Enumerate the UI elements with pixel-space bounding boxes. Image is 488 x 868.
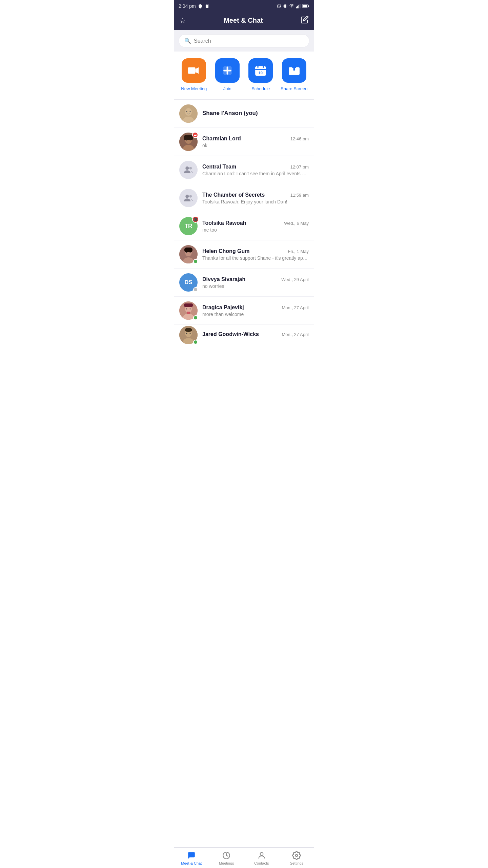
avatar-wrap bbox=[179, 161, 198, 179]
chat-time: Fri., 1 May bbox=[288, 249, 309, 254]
chat-preview: Charmian Lord: I can't see them in April… bbox=[202, 171, 309, 176]
svg-rect-0 bbox=[206, 4, 208, 8]
chat-content: Central Team 12:07 pm Charmian Lord: I c… bbox=[202, 164, 309, 176]
list-item[interactable]: DS Divvya Sivarajah Wed., 29 April no wo… bbox=[174, 269, 314, 297]
shield-icon bbox=[198, 4, 203, 8]
svg-rect-37 bbox=[184, 248, 192, 252]
list-item[interactable]: Central Team 12:07 pm Charmian Lord: I c… bbox=[174, 156, 314, 184]
status-badge bbox=[193, 340, 198, 344]
svg-point-26 bbox=[186, 140, 187, 141]
chat-time: Wed., 29 April bbox=[281, 277, 309, 282]
header: ☆ Meet & Chat bbox=[174, 12, 314, 30]
chat-top: Dragica Pajevikj Mon., 27 April bbox=[202, 304, 309, 311]
schedule-button[interactable]: 19 Schedule bbox=[247, 58, 274, 91]
list-item[interactable]: Shane I'Anson (you) bbox=[174, 100, 314, 128]
star-icon[interactable]: ☆ bbox=[179, 16, 186, 25]
join-button[interactable]: Join bbox=[214, 58, 241, 91]
list-item[interactable]: Jared Goodwin-Wicks Mon., 27 April bbox=[174, 325, 314, 345]
chat-top: Central Team 12:07 pm bbox=[202, 164, 309, 170]
new-meeting-label: New Meeting bbox=[181, 86, 207, 91]
avatar-wrap bbox=[179, 245, 198, 263]
status-badge bbox=[193, 287, 198, 292]
svg-point-27 bbox=[190, 140, 191, 141]
avatar bbox=[179, 189, 198, 207]
status-badge bbox=[193, 259, 198, 264]
chat-preview: no worries bbox=[202, 283, 309, 289]
svg-point-31 bbox=[189, 167, 192, 170]
svg-point-51 bbox=[186, 333, 187, 334]
vibrate-icon bbox=[283, 4, 288, 8]
svg-point-32 bbox=[185, 195, 189, 198]
chat-content: Divvya Sivarajah Wed., 29 April no worri… bbox=[202, 276, 309, 289]
chat-content: Shane I'Anson (you) bbox=[202, 110, 309, 118]
share-screen-button[interactable]: Share Screen bbox=[281, 58, 308, 91]
search-bar[interactable]: 🔍 bbox=[179, 34, 309, 47]
schedule-icon-bg: 19 bbox=[248, 58, 273, 83]
chat-content: Dragica Pajevikj Mon., 27 April more tha… bbox=[202, 304, 309, 317]
chat-name: The Chamber of Secrets bbox=[202, 192, 265, 198]
svg-rect-6 bbox=[300, 4, 300, 8]
svg-point-30 bbox=[185, 166, 189, 170]
status-icons bbox=[276, 3, 309, 9]
video-icon bbox=[187, 64, 200, 77]
avatar-face-shane bbox=[179, 104, 198, 123]
list-item[interactable]: The Chamber of Secrets 11:59 am Toolsika… bbox=[174, 184, 314, 212]
list-item[interactable]: TR 🎥 Toolsika Rawoah Wed., 6 May me too bbox=[174, 212, 314, 240]
group-icon bbox=[183, 193, 194, 203]
svg-rect-46 bbox=[187, 312, 190, 314]
chat-preview: more than welcome bbox=[202, 312, 309, 317]
compose-icon[interactable] bbox=[301, 16, 309, 25]
avatar-initials: TR bbox=[185, 223, 192, 230]
chat-top: Divvya Sivarajah Wed., 29 April bbox=[202, 276, 309, 282]
search-icon: 🔍 bbox=[184, 38, 191, 44]
svg-rect-29 bbox=[194, 134, 197, 135]
chat-name: Divvya Sivarajah bbox=[202, 276, 245, 282]
search-container: 🔍 bbox=[174, 30, 314, 52]
chat-top: The Chamber of Secrets 11:59 am bbox=[202, 192, 309, 198]
chat-content: The Chamber of Secrets 11:59 am Toolsika… bbox=[202, 192, 309, 204]
chat-time: 12:46 pm bbox=[290, 136, 309, 141]
share-icon bbox=[288, 64, 301, 77]
svg-rect-25 bbox=[184, 135, 193, 140]
chat-top: Jared Goodwin-Wicks Mon., 27 April bbox=[202, 331, 309, 337]
notification-badge bbox=[192, 132, 198, 138]
calendar-badge-icon bbox=[194, 133, 197, 137]
chat-name: Jared Goodwin-Wicks bbox=[202, 331, 259, 337]
svg-rect-43 bbox=[184, 303, 193, 307]
chat-top: Helen Chong Gum Fri., 1 May bbox=[202, 248, 309, 254]
chat-name: Toolsika Rawoah bbox=[202, 220, 246, 226]
action-buttons: New Meeting Join 19 Schedule bbox=[174, 52, 314, 99]
group-icon bbox=[183, 165, 194, 175]
chat-top: Toolsika Rawoah Wed., 6 May bbox=[202, 220, 309, 226]
svg-rect-9 bbox=[308, 5, 309, 7]
avatar-wrap bbox=[179, 301, 198, 320]
alarm-icon bbox=[276, 3, 282, 9]
svg-point-18 bbox=[185, 108, 192, 116]
status-time: 2:04 pm bbox=[179, 3, 196, 9]
list-item[interactable]: Helen Chong Gum Fri., 1 May Thanks for a… bbox=[174, 240, 314, 269]
avatar-initials: DS bbox=[184, 279, 192, 286]
svg-rect-5 bbox=[299, 5, 299, 8]
chat-time: 12:07 pm bbox=[290, 164, 309, 170]
calendar-icon: 19 bbox=[254, 64, 267, 77]
signal-icon bbox=[296, 4, 301, 8]
svg-rect-4 bbox=[297, 6, 298, 8]
list-item[interactable]: Charmian Lord 12:46 pm ok bbox=[174, 128, 314, 156]
chat-name: Charmian Lord bbox=[202, 136, 241, 142]
search-input[interactable] bbox=[194, 38, 304, 44]
chat-time: Mon., 27 April bbox=[282, 305, 309, 310]
new-meeting-button[interactable]: New Meeting bbox=[180, 58, 207, 91]
svg-point-44 bbox=[186, 309, 187, 310]
chat-name: Dragica Pajevikj bbox=[202, 304, 244, 311]
join-icon-bg bbox=[215, 58, 240, 83]
list-item[interactable]: Dragica Pajevikj Mon., 27 April more tha… bbox=[174, 297, 314, 325]
avatar-wrap: DS bbox=[179, 273, 198, 292]
battery-icon bbox=[302, 4, 309, 8]
chat-top: Shane I'Anson (you) bbox=[202, 110, 309, 117]
svg-point-45 bbox=[190, 309, 191, 310]
chat-time: Wed., 6 May bbox=[284, 221, 309, 226]
avatar-wrap bbox=[179, 326, 198, 344]
chat-content: Charmian Lord 12:46 pm ok bbox=[202, 136, 309, 148]
video-badge: 🎥 bbox=[192, 216, 199, 223]
status-badge bbox=[193, 315, 198, 320]
